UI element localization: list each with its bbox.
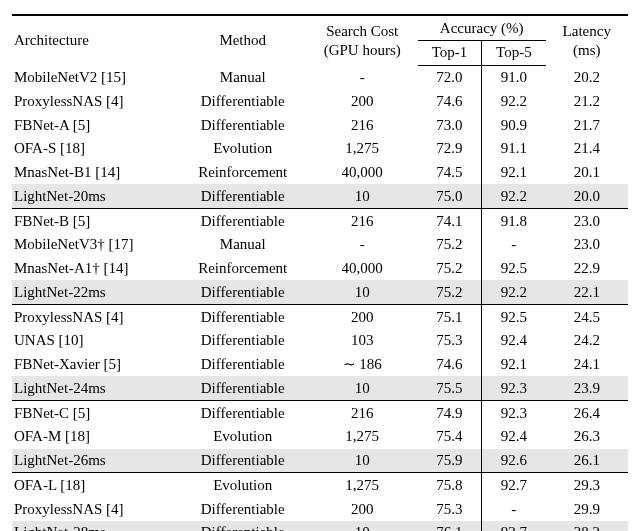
cell-search-cost: 10 [307,521,418,531]
cell-top1: 75.2 [418,233,482,257]
col-accuracy: Accuracy (%) [418,15,546,40]
cell-architecture: FBNet-C [5] [12,401,179,425]
table-row: ProxylessNAS [4]Differentiable20074.692.… [12,89,628,113]
cell-search-cost: - [307,65,418,89]
table-row: FBNet-C [5]Differentiable21674.992.326.4 [12,401,628,425]
cell-top1: 75.2 [418,280,482,304]
cell-top1: 72.0 [418,65,482,89]
cell-method: Evolution [179,473,307,497]
cell-top1: 75.8 [418,473,482,497]
cell-top5: 91.1 [482,137,546,161]
cell-method: Differentiable [179,89,307,113]
cell-top1: 75.3 [418,329,482,353]
cell-latency: 20.0 [546,184,628,208]
table-row: LightNet-28msDifferentiable1076.192.728.… [12,521,628,531]
cell-top1: 74.1 [418,209,482,233]
cell-latency: 29.3 [546,473,628,497]
cell-search-cost: 200 [307,305,418,329]
cell-search-cost: 216 [307,401,418,425]
table-row: LightNet-24msDifferentiable1075.592.323.… [12,376,628,400]
cell-top1: 75.4 [418,425,482,449]
cell-architecture: ProxylessNAS [4] [12,89,179,113]
cell-latency: 20.1 [546,161,628,185]
table-row: MnasNet-A1† [14]Reinforcement40,00075.29… [12,257,628,281]
latency-line2: (ms) [573,42,601,58]
cell-search-cost: 216 [307,209,418,233]
cell-method: Differentiable [179,521,307,531]
col-method: Method [179,15,307,65]
cell-method: Reinforcement [179,257,307,281]
cell-top5: 91.0 [482,65,546,89]
cell-architecture: MnasNet-A1† [14] [12,257,179,281]
cell-top1: 75.0 [418,184,482,208]
cell-architecture: FBNet-B [5] [12,209,179,233]
cell-top5: 92.7 [482,473,546,497]
cell-search-cost: 10 [307,376,418,400]
cell-method: Differentiable [179,305,307,329]
cell-search-cost: 103 [307,329,418,353]
cell-method: Evolution [179,425,307,449]
cell-top5: 90.9 [482,113,546,137]
cell-latency: 22.1 [546,280,628,304]
cell-search-cost: - [307,233,418,257]
cell-top1: 75.5 [418,376,482,400]
table-header: Architecture Method Search Cost (GPU hou… [12,15,628,65]
cell-latency: 23.0 [546,233,628,257]
cell-top5: 92.2 [482,280,546,304]
cell-method: Manual [179,65,307,89]
cell-latency: 20.2 [546,65,628,89]
cell-top5: 92.2 [482,184,546,208]
cell-top1: 74.5 [418,161,482,185]
cell-architecture: ProxylessNAS [4] [12,497,179,521]
cell-method: Evolution [179,137,307,161]
cell-latency: 21.2 [546,89,628,113]
cell-latency: 24.2 [546,329,628,353]
latency-line1: Latency [563,23,611,39]
cell-latency: 21.4 [546,137,628,161]
table-row: FBNet-A [5]Differentiable21673.090.921.7 [12,113,628,137]
cell-top1: 76.1 [418,521,482,531]
cell-architecture: FBNet-A [5] [12,113,179,137]
cell-top5: 92.3 [482,376,546,400]
cell-architecture: FBNet-Xavier [5] [12,353,179,377]
cell-top1: 74.9 [418,401,482,425]
table-row: FBNet-B [5]Differentiable21674.191.823.0 [12,209,628,233]
cell-architecture: LightNet-24ms [12,376,179,400]
cell-search-cost: 1,275 [307,137,418,161]
cell-architecture: ProxylessNAS [4] [12,305,179,329]
cell-latency: 24.5 [546,305,628,329]
cell-latency: 26.4 [546,401,628,425]
table-row: LightNet-26msDifferentiable1075.992.626.… [12,449,628,473]
cell-search-cost: 1,275 [307,473,418,497]
table-row: LightNet-20msDifferentiable1075.092.220.… [12,184,628,208]
cell-top5: 92.1 [482,353,546,377]
cell-architecture: OFA-S [18] [12,137,179,161]
cell-top5: 92.4 [482,329,546,353]
col-top1: Top-1 [418,40,482,65]
cell-latency: 21.7 [546,113,628,137]
cell-top5: 92.1 [482,161,546,185]
search-cost-line2: (GPU hours) [324,42,401,58]
cell-top5: 92.7 [482,521,546,531]
table-row: MnasNet-B1 [14]Reinforcement40,00074.592… [12,161,628,185]
table-row: ProxylessNAS [4]Differentiable20075.3-29… [12,497,628,521]
cell-search-cost: 200 [307,497,418,521]
cell-latency: 26.3 [546,425,628,449]
table-row: LightNet-22msDifferentiable1075.292.222.… [12,280,628,304]
search-cost-line1: Search Cost [326,23,398,39]
cell-architecture: OFA-M [18] [12,425,179,449]
cell-architecture: LightNet-26ms [12,449,179,473]
table-row: ProxylessNAS [4]Differentiable20075.192.… [12,305,628,329]
cell-search-cost: 10 [307,184,418,208]
cell-architecture: MnasNet-B1 [14] [12,161,179,185]
cell-architecture: OFA-L [18] [12,473,179,497]
col-search-cost: Search Cost (GPU hours) [307,15,418,65]
cell-architecture: MobileNetV3† [17] [12,233,179,257]
cell-top5: 92.3 [482,401,546,425]
cell-top1: 74.6 [418,89,482,113]
cell-latency: 23.9 [546,376,628,400]
cell-latency: 22.9 [546,257,628,281]
table-row: OFA-L [18]Evolution1,27575.892.729.3 [12,473,628,497]
table-row: UNAS [10]Differentiable10375.392.424.2 [12,329,628,353]
cell-top5: 92.5 [482,257,546,281]
